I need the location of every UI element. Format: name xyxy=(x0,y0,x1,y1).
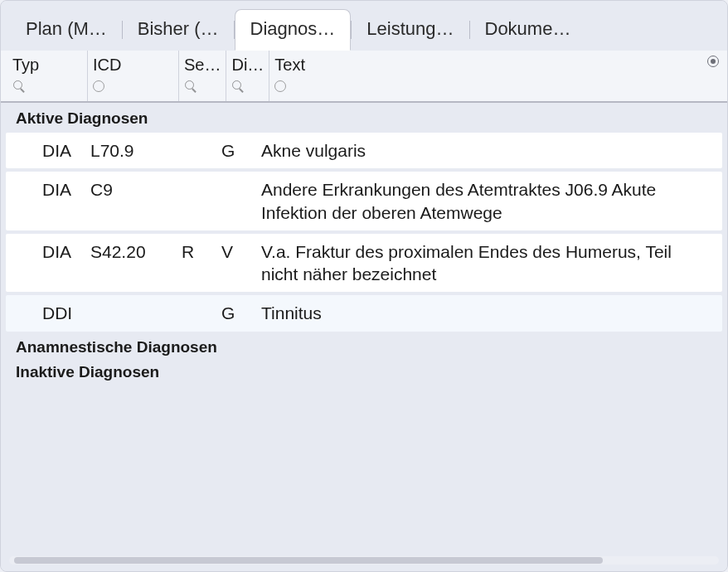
tab-diagnosen[interactable]: Diagnos… xyxy=(235,9,352,51)
cell-icd: C9 xyxy=(85,178,177,224)
section-aktive-title: Aktive Diagnosen xyxy=(1,103,727,133)
search-icon xyxy=(184,80,197,93)
filter-typ[interactable] xyxy=(12,78,82,95)
cell-text: V.a. Fraktur des proximalen Endes des Hu… xyxy=(256,240,722,286)
column-seite[interactable]: Se… xyxy=(178,51,226,101)
section-inaktiv-title: Inaktive Diagnosen xyxy=(1,361,727,386)
tab-bisher[interactable]: Bisher (… xyxy=(123,10,234,50)
table-row[interactable]: DIA C9 Andere Erkrankungen des Atemtrakt… xyxy=(6,172,722,230)
column-diagnose[interactable]: Di… xyxy=(226,51,269,101)
filter-text[interactable] xyxy=(274,78,722,95)
cell-seite xyxy=(177,302,216,324)
horizontal-scrollbar[interactable] xyxy=(9,556,719,565)
cell-icd: S42.20 xyxy=(85,240,177,286)
cell-text: Tinnitus xyxy=(256,302,722,324)
table-options-button[interactable] xyxy=(707,56,719,67)
cell-typ: DIA xyxy=(37,240,85,286)
cell-seite xyxy=(177,178,216,224)
filter-diagnose[interactable] xyxy=(231,78,264,95)
column-icd[interactable]: ICD xyxy=(87,51,178,101)
cell-text: Akne vulgaris xyxy=(256,139,722,162)
cell-typ: DIA xyxy=(37,178,85,224)
table-row[interactable]: DDI G Tinnitus xyxy=(6,295,722,331)
filter-icd[interactable] xyxy=(93,78,173,95)
cell-diagnose xyxy=(216,178,256,224)
aktive-rows: DIA L70.9 G Akne vulgaris DIA C9 Andere … xyxy=(1,133,727,332)
search-icon xyxy=(12,80,26,93)
column-typ[interactable]: Typ xyxy=(7,51,87,101)
cell-diagnose: V xyxy=(216,240,256,286)
tab-leistung[interactable]: Leistung… xyxy=(352,10,468,50)
column-seite-label: Se… xyxy=(184,56,221,75)
cell-seite xyxy=(177,139,216,162)
cell-text: Andere Erkrankungen des Atemtraktes J06.… xyxy=(256,178,722,224)
cell-typ: DDI xyxy=(37,302,85,324)
column-icd-label: ICD xyxy=(93,56,173,75)
column-text[interactable]: Text xyxy=(269,51,727,101)
tab-bar: Plan (M… Bisher (… Diagnos… Leistung… Do… xyxy=(1,1,727,51)
app-window: Plan (M… Bisher (… Diagnos… Leistung… Do… xyxy=(0,0,728,572)
tab-plan[interactable]: Plan (M… xyxy=(11,10,122,50)
section-anamnestisch-title: Anamnestische Diagnosen xyxy=(1,332,727,361)
tab-dokumente[interactable]: Dokume… xyxy=(470,10,586,50)
cell-diagnose: G xyxy=(216,139,256,162)
circle-icon xyxy=(274,80,286,92)
cell-diagnose: G xyxy=(216,302,256,324)
search-icon xyxy=(231,80,245,93)
cell-icd: L70.9 xyxy=(85,139,177,162)
cell-seite: R xyxy=(177,240,216,286)
cell-typ: DIA xyxy=(37,139,85,162)
column-diagnose-label: Di… xyxy=(231,56,264,75)
content-area: Typ ICD Se… Di… Text xyxy=(1,51,727,571)
table-row[interactable]: DIA S42.20 R V V.a. Fraktur des proximal… xyxy=(6,234,722,293)
scrollbar-area xyxy=(1,551,727,571)
column-typ-label: Typ xyxy=(12,56,82,75)
circle-icon xyxy=(93,80,104,92)
cell-icd xyxy=(85,302,177,324)
table-row[interactable]: DIA L70.9 G Akne vulgaris xyxy=(6,133,722,168)
filter-seite[interactable] xyxy=(184,78,221,95)
table-header: Typ ICD Se… Di… Text xyxy=(1,51,727,103)
scrollbar-thumb[interactable] xyxy=(14,557,603,564)
column-text-label: Text xyxy=(274,56,722,75)
